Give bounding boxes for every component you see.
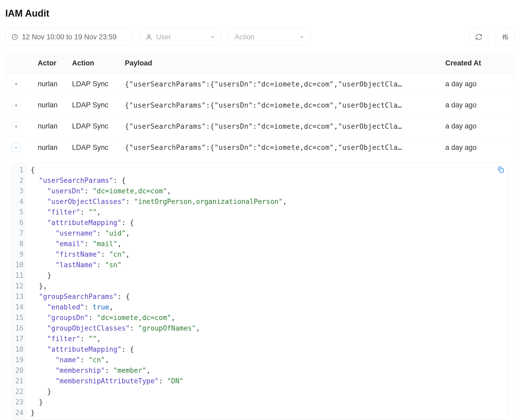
minus-icon [14,145,18,150]
date-range-label: 12 Nov 10:00 to 19 Nov 23:59 [22,33,117,41]
expand-row-button[interactable] [11,79,21,89]
sliders-icon [502,33,509,41]
svg-point-3 [505,35,506,36]
chevron-down-icon [299,34,304,40]
collapse-row-button[interactable] [11,143,21,152]
cell-payload: {"userSearchParams":{"usersDn":"dc=iomet… [125,101,445,109]
cell-action: LDAP Sync [72,122,125,130]
cell-created-at: a day ago [445,122,509,130]
col-created-at: Created At [445,59,509,67]
table-row: nurlanLDAP Sync{"userSearchParams":{"use… [6,137,514,158]
cell-payload: {"userSearchParams":{"usersDn":"dc=iomet… [125,144,445,151]
svg-point-1 [148,35,150,37]
plus-icon [14,82,18,86]
expand-row-button[interactable] [11,122,21,131]
cell-created-at: a day ago [445,101,509,109]
cell-action: LDAP Sync [72,144,125,152]
clock-icon [11,34,18,40]
plus-icon [14,103,18,107]
cell-action: LDAP Sync [72,101,125,109]
cell-payload: {"userSearchParams":{"usersDn":"dc=iomet… [125,80,445,88]
refresh-button[interactable] [469,28,488,45]
plus-icon [14,124,18,128]
svg-point-2 [503,36,504,38]
user-filter-placeholder: User [156,33,171,41]
expand-row-button[interactable] [11,101,21,110]
cell-payload: {"userSearchParams":{"usersDn":"dc=iomet… [125,122,445,130]
table-row: nurlanLDAP Sync{"userSearchParams":{"use… [6,116,514,137]
cell-created-at: a day ago [445,144,509,152]
col-action: Action [72,59,125,67]
audit-table: Actor Action Payload Created At nurlanLD… [5,53,515,420]
date-range-picker[interactable]: 12 Nov 10:00 to 19 Nov 23:59 [5,28,132,45]
table-row: nurlanLDAP Sync{"userSearchParams":{"use… [6,95,514,116]
user-filter-select[interactable]: User [139,28,221,45]
cell-created-at: a day ago [445,80,509,88]
payload-json-viewer: 1 2 3 4 5 6 7 8 9 10 11 12 13 14 15 16 1… [11,163,509,420]
copy-icon [497,166,505,174]
cell-actor: nurlan [38,80,72,88]
col-actor: Actor [38,59,72,67]
cell-actor: nurlan [38,101,72,109]
page-title: IAM Audit [5,8,515,19]
table-row: nurlanLDAP Sync{"userSearchParams":{"use… [6,74,514,95]
cell-actor: nurlan [38,122,72,130]
filters-toolbar: 12 Nov 10:00 to 19 Nov 23:59 User Action [5,28,515,45]
chevron-down-icon [210,34,215,40]
cell-action: LDAP Sync [72,80,125,88]
json-code: { "userSearchParams": { "usersDn": "dc=i… [26,163,508,419]
refresh-icon [475,33,483,41]
copy-button[interactable] [497,166,505,174]
svg-point-4 [507,37,508,39]
action-filter-placeholder: Action [235,33,254,41]
user-icon [145,34,152,40]
line-number-gutter: 1 2 3 4 5 6 7 8 9 10 11 12 13 14 15 16 1… [12,163,26,419]
settings-button[interactable] [496,28,515,45]
svg-rect-5 [500,169,503,172]
action-filter-select[interactable]: Action [229,28,310,45]
table-header: Actor Action Payload Created At [6,53,514,74]
cell-actor: nurlan [38,144,72,152]
col-payload: Payload [125,59,445,67]
